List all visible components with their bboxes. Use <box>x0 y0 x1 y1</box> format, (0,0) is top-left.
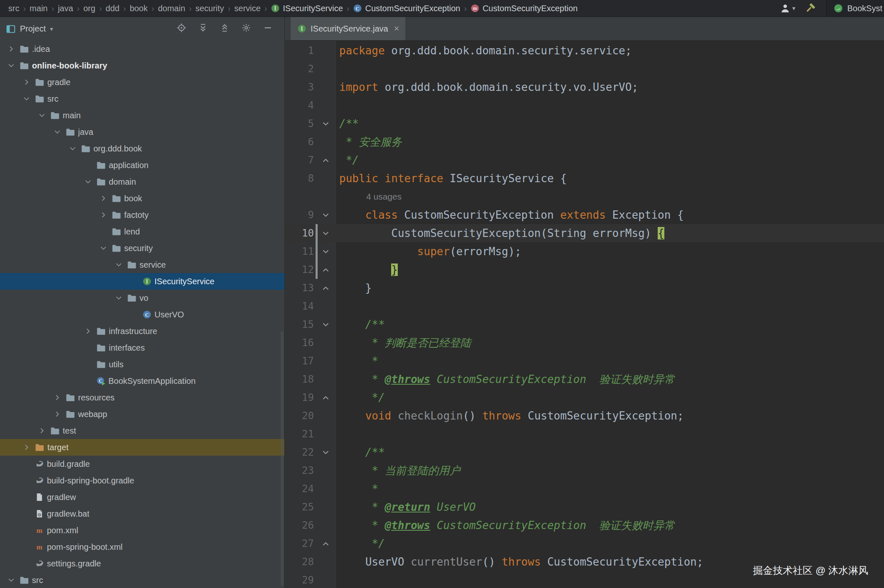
breadcrumb-item[interactable]: book <box>130 4 147 13</box>
tree-item-main[interactable]: main <box>0 107 284 124</box>
tree-item-resources[interactable]: resources <box>0 389 284 406</box>
code-line-3[interactable]: 3import org.ddd.book.domain.security.vo.… <box>285 78 884 96</box>
tree-item-infrastructure[interactable]: infrastructure <box>0 323 284 339</box>
breadcrumb-item[interactable]: ddd <box>105 4 119 13</box>
chevron-right-icon[interactable] <box>37 425 47 436</box>
chevron-right-icon[interactable] <box>98 193 109 204</box>
fold-up-icon[interactable] <box>318 279 333 297</box>
code-line-25[interactable]: 25 * @return UserVO <box>285 498 884 516</box>
code-line-19[interactable]: 19 */ <box>285 388 884 407</box>
code-line-9[interactable]: 9 class CustomSecurityException extends … <box>285 206 884 224</box>
chevron-down-icon[interactable] <box>21 93 32 104</box>
chevron-right-icon[interactable] <box>6 44 17 54</box>
code-line-17[interactable]: 17 * <box>285 352 884 370</box>
code-line-20[interactable]: 20 void checkLogin() throws CustomSecuri… <box>285 407 884 425</box>
project-scrollbar-thumb[interactable] <box>281 331 284 586</box>
tree-item-settings.gradle[interactable]: settings.gradle <box>0 555 284 572</box>
fold-down-icon[interactable] <box>318 443 333 461</box>
tree-item-pom.xml[interactable]: mpom.xml <box>0 522 284 539</box>
chevron-right-icon[interactable] <box>52 392 63 403</box>
chevron-right-icon[interactable] <box>52 409 63 420</box>
fold-up-icon[interactable] <box>318 388 333 407</box>
chevron-right-icon[interactable] <box>21 442 32 453</box>
fold-down-icon[interactable] <box>318 115 333 133</box>
tree-item-gradlew[interactable]: gradlew <box>0 489 284 505</box>
chevron-right-icon[interactable] <box>83 326 93 337</box>
chevron-down-icon[interactable] <box>113 259 124 270</box>
code-line-7[interactable]: 7 */ <box>285 151 884 169</box>
tree-item-interfaces[interactable]: interfaces <box>0 339 284 356</box>
tree-item-gradlew.bat[interactable]: gradlew.bat <box>0 505 284 522</box>
tree-item-book[interactable]: book <box>0 190 284 207</box>
breadcrumb-item[interactable]: CCustomSecurityException <box>353 4 460 13</box>
close-icon[interactable]: × <box>394 24 399 33</box>
code-line-10[interactable]: 10 CustomSecurityException(String errorM… <box>285 224 884 242</box>
code-line-21[interactable]: 21 <box>285 425 884 443</box>
tree-item-domain[interactable]: domain <box>0 173 284 190</box>
code-line-6[interactable]: 6 * 安全服务 <box>285 133 884 151</box>
code-line-22[interactable]: 22 /** <box>285 443 884 461</box>
usages-hint[interactable]: 4 usages <box>285 188 884 206</box>
user-account-button[interactable]: ▾ <box>780 3 796 14</box>
breadcrumb-item[interactable]: org <box>83 4 96 13</box>
hide-button[interactable] <box>263 23 273 35</box>
chevron-down-icon[interactable] <box>6 60 17 71</box>
code-line-24[interactable]: 24 * <box>285 480 884 498</box>
tree-item-factoty[interactable]: factoty <box>0 207 284 223</box>
code-line-13[interactable]: 13 } <box>285 279 884 297</box>
run-configuration-selector[interactable]: BookSyst <box>826 0 884 17</box>
chevron-down-icon[interactable] <box>67 143 78 154</box>
tree-item-pom-spring-boot.xml[interactable]: mpom-spring-boot.xml <box>0 539 284 555</box>
fold-up-icon[interactable] <box>318 151 333 169</box>
tree-item-application[interactable]: application <box>0 157 284 173</box>
collapse-all-button[interactable] <box>220 23 230 35</box>
settings-button[interactable] <box>241 23 251 35</box>
code-line-15[interactable]: 15 /** <box>285 315 884 334</box>
chevron-down-icon[interactable] <box>113 293 124 303</box>
fold-down-icon[interactable] <box>318 206 333 224</box>
build-button[interactable] <box>805 3 815 14</box>
expand-all-button[interactable] <box>198 23 208 35</box>
breadcrumb-item[interactable]: mCustomSecurityException <box>470 4 578 13</box>
code-line-8[interactable]: 8public interface ISecurityService { <box>285 169 884 188</box>
code-line-27[interactable]: 27 */ <box>285 534 884 553</box>
tree-item-org.ddd.book[interactable]: org.ddd.book <box>0 140 284 157</box>
tree-item-target[interactable]: target <box>0 439 284 456</box>
code-line-2[interactable]: 2 <box>285 60 884 78</box>
editor-tab[interactable]: I ISecurityService.java × <box>291 17 405 40</box>
code-line-5[interactable]: 5/** <box>285 115 884 133</box>
fold-down-icon[interactable] <box>318 224 333 242</box>
chevron-down-icon[interactable]: ▾ <box>50 25 53 33</box>
code-line-4[interactable]: 4 <box>285 96 884 115</box>
breadcrumb-item[interactable]: src <box>8 4 20 13</box>
tree-item-lend[interactable]: lend <box>0 223 284 240</box>
tree-item-java[interactable]: java <box>0 124 284 140</box>
chevron-down-icon[interactable] <box>83 176 93 187</box>
chevron-down-icon[interactable] <box>98 243 109 254</box>
code-line-23[interactable]: 23 * 当前登陆的用户 <box>285 461 884 480</box>
tree-item-.idea[interactable]: .idea <box>0 41 284 57</box>
tree-item-webapp[interactable]: webapp <box>0 406 284 422</box>
chevron-down-icon[interactable] <box>6 575 17 586</box>
fold-up-icon[interactable] <box>318 261 333 279</box>
tree-item-security[interactable]: security <box>0 240 284 256</box>
fold-up-icon[interactable] <box>318 534 333 553</box>
breadcrumb-item[interactable]: IISecurityService <box>271 4 343 13</box>
tree-item-src[interactable]: src <box>0 90 284 107</box>
fold-down-icon[interactable] <box>318 315 333 334</box>
tree-item-online-book-library[interactable]: online-book-library <box>0 57 284 74</box>
locate-button[interactable] <box>176 23 186 35</box>
breadcrumb-item[interactable]: service <box>234 4 260 13</box>
chevron-down-icon[interactable] <box>52 127 63 137</box>
tree-item-utils[interactable]: utils <box>0 356 284 373</box>
chevron-down-icon[interactable] <box>37 110 47 121</box>
tree-item-BookSystemApplication[interactable]: CBookSystemApplication <box>0 373 284 389</box>
breadcrumb-item[interactable]: security <box>196 4 224 13</box>
breadcrumb-item[interactable]: domain <box>158 4 185 13</box>
code-line-16[interactable]: 16 * 判断是否已经登陆 <box>285 334 884 352</box>
breadcrumb-item[interactable]: main <box>29 4 47 13</box>
tree-item-service[interactable]: service <box>0 256 284 273</box>
code-line-11[interactable]: 11 super(errorMsg); <box>285 242 884 261</box>
tree-item-ISecurityService[interactable]: IISecurityService <box>0 273 284 290</box>
project-tool-icon[interactable] <box>6 24 16 34</box>
